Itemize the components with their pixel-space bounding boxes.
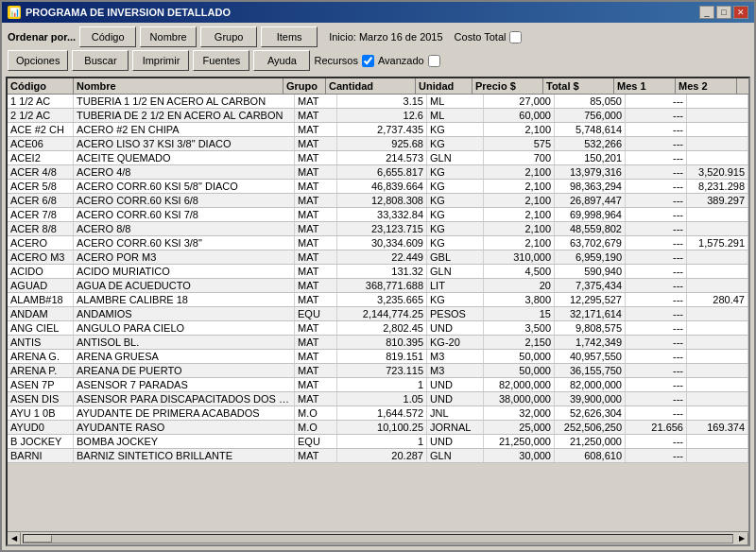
table-cell: MAT bbox=[295, 137, 337, 150]
table-cell: M.O bbox=[295, 406, 337, 420]
table-cell: ANGULO PARA CIELO bbox=[74, 321, 295, 335]
table-cell bbox=[687, 95, 748, 108]
col-header-total: Total $ bbox=[543, 78, 614, 94]
table-row[interactable]: ACE #2 CHACERO #2 EN CHIPAMAT2,737.435KG… bbox=[8, 123, 748, 137]
costo-total-checkbox[interactable] bbox=[509, 31, 522, 43]
avanzado-checkbox-area[interactable] bbox=[428, 55, 440, 67]
table-cell: LIT bbox=[427, 279, 484, 292]
table-row[interactable]: ASEN 7PASENSOR 7 PARADASMAT1UND82,000,00… bbox=[8, 378, 748, 392]
scroll-right-arrow[interactable]: ▶ bbox=[735, 532, 748, 545]
table-cell: ACE #2 CH bbox=[8, 123, 74, 136]
table-cell: 252,506,250 bbox=[555, 421, 626, 434]
table-row[interactable]: ACER 8/8ACERO 8/8MAT23,123.715KG2,10048,… bbox=[8, 222, 748, 236]
table-cell: 82,000,000 bbox=[555, 378, 626, 391]
recursos-checkbox-area[interactable] bbox=[362, 55, 374, 67]
table-row[interactable]: ALAMB#18ALAMBRE CALIBRE 18MAT3,235.665KG… bbox=[8, 293, 748, 307]
btn-grupo[interactable]: Grupo bbox=[200, 26, 257, 47]
btn-items[interactable]: Items bbox=[261, 26, 318, 47]
table-cell: ML bbox=[427, 109, 484, 122]
table-cell: GLN bbox=[427, 449, 484, 462]
table-row[interactable]: ACEROACERO CORR.60 KSI 3/8"MAT30,334.609… bbox=[8, 236, 748, 250]
table-row[interactable]: ARENA P.AREANA DE PUERTOMAT723.115M350,0… bbox=[8, 364, 748, 378]
costo-checkbox-area[interactable] bbox=[509, 31, 522, 43]
table-cell: TUBERIA DE 2 1/2 EN ACERO AL CARBON bbox=[74, 109, 295, 122]
h-scroll-track[interactable] bbox=[23, 534, 733, 543]
table-cell: 1,644.572 bbox=[337, 406, 427, 420]
table-cell: 810.395 bbox=[337, 336, 427, 349]
btn-fuentes[interactable]: Fuentes bbox=[193, 50, 249, 71]
table-cell: ANG CIEL bbox=[8, 321, 74, 335]
table-row[interactable]: ANDAMANDAMIOSEQU2,144,774.25PESOS1532,17… bbox=[8, 307, 748, 321]
table-row[interactable]: AYU 1 0BAYUDANTE DE PRIMERA ACABADOSM.O1… bbox=[8, 406, 748, 421]
table-cell: 60,000 bbox=[484, 109, 555, 122]
horizontal-scrollbar[interactable]: ◀ ▶ bbox=[8, 531, 748, 544]
table-cell: 925.68 bbox=[337, 137, 427, 150]
table-cell: KG-20 bbox=[427, 336, 484, 349]
table-cell: 69,998,964 bbox=[555, 208, 626, 221]
avanzado-label: Avanzado bbox=[378, 55, 424, 66]
table-row[interactable]: AYUD0AYUDANTE RASOM.O10,100.25JORNAL25,0… bbox=[8, 421, 748, 435]
table-cell: --- bbox=[626, 293, 687, 306]
table-row[interactable]: ARENA G.ARENA GRUESAMAT819.151M350,00040… bbox=[8, 350, 748, 364]
table-row[interactable]: ACEI2ACEITE QUEMADOMAT214.573GLN700150,2… bbox=[8, 151, 748, 165]
table-cell: MAT bbox=[295, 321, 337, 335]
table-cell bbox=[687, 109, 748, 122]
table-row[interactable]: ANG CIELANGULO PARA CIELOMAT2,802.45UND3… bbox=[8, 321, 748, 336]
scroll-left-arrow[interactable]: ◀ bbox=[8, 532, 21, 545]
table-cell: ACERO CORR.60 KSI 3/8" bbox=[74, 236, 295, 250]
table-row[interactable]: ACER 5/8ACERO CORR.60 KSI 5/8" DIACOMAT4… bbox=[8, 180, 748, 194]
btn-nombre[interactable]: Nombre bbox=[140, 26, 197, 47]
table-cell: KG bbox=[427, 137, 484, 150]
btn-opciones[interactable]: Opciones bbox=[8, 50, 68, 71]
close-button[interactable]: ✕ bbox=[733, 6, 748, 19]
table-cell: 30,334.609 bbox=[337, 236, 427, 250]
title-buttons[interactable]: _ □ ✕ bbox=[699, 6, 748, 19]
table-row[interactable]: ACER 4/8ACERO 4/8MAT6,655.817KG2,10013,9… bbox=[8, 165, 748, 180]
recursos-checkbox[interactable] bbox=[362, 55, 374, 67]
table-row[interactable]: ANTISANTISOL BL.MAT810.395KG-202,1501,74… bbox=[8, 336, 748, 350]
table-cell: 26,897,447 bbox=[555, 194, 626, 207]
table-cell: --- bbox=[626, 265, 687, 278]
table-row[interactable]: 1 1/2 ACTUBERIA 1 1/2 EN ACERO AL CARBON… bbox=[8, 95, 748, 109]
btn-buscar[interactable]: Buscar bbox=[72, 50, 129, 71]
col-header-nombre: Nombre bbox=[74, 78, 284, 94]
table-cell: 13,979,316 bbox=[555, 165, 626, 179]
table-row[interactable]: ACIDOACIDO MURIATICOMAT131.32GLN4,500590… bbox=[8, 265, 748, 279]
table-row[interactable]: AGUADAGUA DE ACUEDUCTOMAT368,771.688LIT2… bbox=[8, 279, 748, 293]
table-row[interactable]: 2 1/2 ACTUBERIA DE 2 1/2 EN ACERO AL CAR… bbox=[8, 109, 748, 123]
table-row[interactable]: B JOCKEYBOMBA JOCKEYEQU1UND21,250,00021,… bbox=[8, 435, 748, 449]
sort-label: Ordenar por... bbox=[8, 31, 76, 43]
table-cell: MAT bbox=[295, 364, 337, 377]
table-cell: --- bbox=[626, 95, 687, 108]
table-cell: ACERO CORR.60 KSI 7/8 bbox=[74, 208, 295, 221]
table-cell: M3 bbox=[427, 364, 484, 377]
avanzado-checkbox[interactable] bbox=[428, 55, 440, 67]
h-scroll-thumb[interactable] bbox=[24, 535, 52, 543]
table-cell: UND bbox=[427, 321, 484, 335]
table-cell: GBL bbox=[427, 250, 484, 264]
table-row[interactable]: ACE06ACERO LISO 37 KSI 3/8" DIACOMAT925.… bbox=[8, 137, 748, 151]
table-body[interactable]: 1 1/2 ACTUBERIA 1 1/2 EN ACERO AL CARBON… bbox=[8, 95, 748, 531]
maximize-button[interactable]: □ bbox=[716, 6, 731, 19]
table-row[interactable]: ASEN DISASENSOR PARA DISCAPACITADOS DOS … bbox=[8, 392, 748, 406]
table-cell: 1 1/2 AC bbox=[8, 95, 74, 108]
table-row[interactable]: ACER 6/8ACERO CORR.60 KSI 6/8MAT12,808.3… bbox=[8, 194, 748, 208]
table-row[interactable]: BARNIBARNIZ SINTETICO BRILLANTEMAT20.287… bbox=[8, 449, 748, 463]
table-cell: 20 bbox=[484, 279, 555, 292]
table-cell bbox=[687, 265, 748, 278]
table-cell: ACERO CORR.60 KSI 5/8" DIACO bbox=[74, 180, 295, 193]
table-cell: 30,000 bbox=[484, 449, 555, 462]
btn-imprimir[interactable]: Imprimir bbox=[132, 50, 189, 71]
table-cell: MAT bbox=[295, 194, 337, 207]
table-cell: 22.449 bbox=[337, 250, 427, 264]
table-row[interactable]: ACER 7/8ACERO CORR.60 KSI 7/8MAT33,332.8… bbox=[8, 208, 748, 222]
table-cell: AYU 1 0B bbox=[8, 406, 74, 420]
minimize-button[interactable]: _ bbox=[699, 6, 714, 19]
btn-ayuda[interactable]: Ayuda bbox=[253, 50, 310, 71]
table-row[interactable]: ACERO M3ACERO POR M3MAT22.449GBL310,0006… bbox=[8, 250, 748, 265]
table-cell: ACERO M3 bbox=[8, 250, 74, 264]
table-cell bbox=[687, 449, 748, 462]
btn-codigo[interactable]: Código bbox=[79, 26, 136, 47]
window-title: PROGRAMA DE INVERSION DETALLADO bbox=[26, 7, 231, 18]
table-cell: ANTISOL BL. bbox=[74, 336, 295, 349]
